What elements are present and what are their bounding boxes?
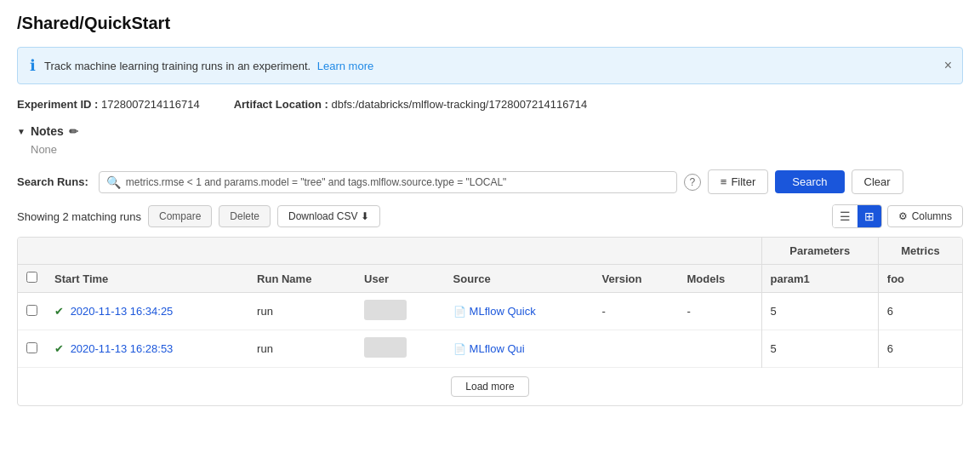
load-more-button[interactable]: Load more bbox=[451, 376, 528, 397]
start-time-cell: ✔ 2020-11-13 16:28:53 bbox=[46, 330, 248, 368]
filter-button[interactable]: ≡ Filter bbox=[708, 169, 768, 194]
columns-button[interactable]: ⚙ Columns bbox=[887, 205, 963, 227]
user-cell bbox=[356, 293, 445, 330]
search-runs-row: Search Runs: 🔍 ? ≡ Filter Search Clear bbox=[17, 169, 963, 194]
info-icon: ℹ bbox=[30, 56, 36, 75]
select-all-checkbox[interactable] bbox=[26, 272, 37, 283]
expand-triangle-icon: ▼ bbox=[17, 127, 26, 136]
run-date-link[interactable]: 2020-11-13 16:34:25 bbox=[71, 305, 174, 318]
version-cell: - bbox=[593, 293, 678, 330]
row-checkbox-cell bbox=[18, 293, 46, 330]
table-row: ✔ 2020-11-13 16:34:25 run 📄 MLflow Quick… bbox=[18, 293, 962, 330]
page-title: /Shared/QuickStart bbox=[17, 14, 963, 33]
search-runs-label: Search Runs: bbox=[17, 175, 88, 188]
user-header[interactable]: User bbox=[356, 265, 445, 293]
artifact-location: Artifact Location : dbfs:/databricks/mlf… bbox=[234, 98, 588, 111]
version-header[interactable]: Version bbox=[593, 265, 678, 293]
learn-more-link[interactable]: Learn more bbox=[317, 60, 373, 72]
param1-cell: 5 bbox=[761, 293, 878, 330]
search-input-wrapper: 🔍 bbox=[99, 171, 677, 193]
run-date-link[interactable]: 2020-11-13 16:28:53 bbox=[71, 342, 174, 355]
actions-row: Showing 2 matching runs Compare Delete D… bbox=[17, 204, 963, 228]
run-name-header[interactable]: Run Name bbox=[248, 265, 356, 293]
columns-icon: ⚙ bbox=[898, 210, 908, 222]
delete-button[interactable]: Delete bbox=[219, 205, 271, 227]
models-cell: - bbox=[679, 293, 762, 330]
runs-table: Parameters Metrics Start Time Run Name U… bbox=[18, 238, 962, 405]
table-row: ✔ 2020-11-13 16:28:53 run 📄 MLflow Qui bbox=[18, 330, 962, 368]
run-name-cell: run bbox=[248, 330, 356, 368]
foo-cell: 6 bbox=[878, 293, 962, 330]
notes-content: None bbox=[31, 143, 963, 156]
list-view-button[interactable]: ☰ bbox=[833, 205, 858, 227]
param1-cell: 5 bbox=[761, 330, 878, 368]
metrics-group-header: Metrics bbox=[878, 238, 962, 265]
compare-button[interactable]: Compare bbox=[148, 205, 212, 227]
user-cell bbox=[356, 330, 445, 368]
user-avatar bbox=[364, 337, 407, 358]
experiment-id: Experiment ID : 1728007214116714 bbox=[17, 98, 200, 111]
notes-header[interactable]: ▼ Notes ✏ bbox=[17, 124, 963, 138]
models-cell bbox=[679, 330, 762, 368]
group-header-row: Parameters Metrics bbox=[18, 238, 962, 265]
actions-left: Showing 2 matching runs Compare Delete D… bbox=[17, 205, 380, 227]
info-banner: ℹ Track machine learning training runs i… bbox=[17, 47, 963, 84]
showing-label: Showing 2 matching runs bbox=[17, 210, 141, 223]
row-checkbox[interactable] bbox=[26, 342, 37, 353]
run-name-cell: run bbox=[248, 293, 356, 330]
select-all-header bbox=[18, 265, 46, 293]
row-checkbox[interactable] bbox=[26, 305, 37, 316]
foo-cell: 6 bbox=[878, 330, 962, 368]
row-checkbox-cell bbox=[18, 330, 46, 368]
source-cell: 📄 MLflow Quick bbox=[445, 293, 594, 330]
foo-header[interactable]: foo bbox=[878, 265, 962, 293]
source-link[interactable]: 📄 MLflow Qui bbox=[453, 342, 585, 355]
actions-right: ☰ ⊞ ⚙ Columns bbox=[832, 204, 963, 228]
clear-button[interactable]: Clear bbox=[852, 169, 903, 194]
view-toggle: ☰ ⊞ bbox=[832, 204, 882, 228]
param1-header[interactable]: param1 bbox=[761, 265, 878, 293]
user-avatar bbox=[364, 300, 407, 320]
banner-text: Track machine learning training runs in … bbox=[44, 60, 373, 72]
load-more-row: Load more bbox=[18, 368, 962, 406]
source-cell: 📄 MLflow Qui bbox=[445, 330, 594, 368]
edit-notes-icon[interactable]: ✏ bbox=[69, 125, 78, 138]
models-header[interactable]: Models bbox=[679, 265, 762, 293]
notes-label: Notes bbox=[31, 124, 64, 138]
download-csv-button[interactable]: Download CSV ⬇ bbox=[277, 205, 380, 227]
search-icon: 🔍 bbox=[106, 175, 121, 189]
grid-view-button[interactable]: ⊞ bbox=[858, 205, 881, 227]
start-time-cell: ✔ 2020-11-13 16:34:25 bbox=[46, 293, 248, 330]
status-icon: ✔ bbox=[54, 342, 64, 355]
meta-row: Experiment ID : 1728007214116714 Artifac… bbox=[17, 98, 963, 111]
source-icon: 📄 bbox=[453, 343, 466, 355]
filter-icon: ≡ bbox=[721, 175, 727, 188]
runs-table-wrapper: Parameters Metrics Start Time Run Name U… bbox=[17, 237, 963, 406]
column-header-row: Start Time Run Name User Source Version … bbox=[18, 265, 962, 293]
search-input[interactable] bbox=[126, 176, 669, 188]
params-group-header: Parameters bbox=[761, 238, 878, 265]
help-icon[interactable]: ? bbox=[684, 174, 701, 191]
search-button[interactable]: Search bbox=[775, 170, 844, 193]
version-cell bbox=[593, 330, 678, 368]
start-time-header[interactable]: Start Time bbox=[46, 265, 248, 293]
banner-close-button[interactable]: × bbox=[944, 59, 952, 72]
source-link[interactable]: 📄 MLflow Quick bbox=[453, 305, 585, 318]
notes-section: ▼ Notes ✏ None bbox=[17, 124, 963, 156]
source-icon: 📄 bbox=[453, 306, 466, 318]
source-header[interactable]: Source bbox=[445, 265, 594, 293]
status-icon: ✔ bbox=[54, 305, 64, 318]
